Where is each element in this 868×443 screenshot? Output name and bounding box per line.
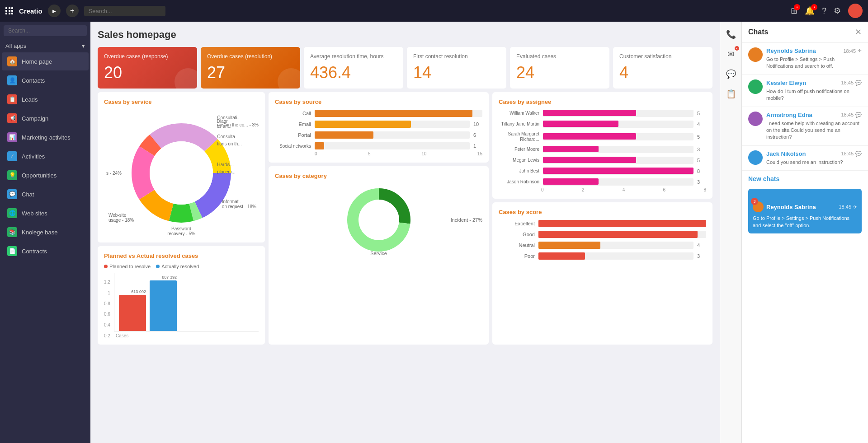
chat-bubble-icon[interactable]: 💬	[723, 66, 739, 82]
avg-resolution-card: Average resolution time, hours 436.4	[304, 47, 403, 89]
cases-by-score-card: Cases by score Excellent Good	[492, 202, 712, 345]
assignee-bar-3	[543, 133, 636, 140]
donut-label-right: Informati- on request - 18%	[222, 199, 256, 209]
sidebar-item-chat[interactable]: 💬 Chat	[2, 185, 89, 203]
add-button[interactable]: +	[66, 5, 79, 17]
clipboard-icon[interactable]: 📋	[723, 86, 739, 102]
satisfaction-value: 4	[619, 63, 706, 82]
assignee-bar-5	[543, 157, 636, 163]
social-bar	[315, 142, 324, 149]
source-bar-social: Social networks 1	[275, 142, 482, 149]
evaluated-card: Evaluated cases 24	[510, 47, 609, 89]
user-avatar[interactable]	[848, 4, 863, 18]
sidebar-all-apps[interactable]: All apps ▾	[0, 40, 90, 52]
sidebar-item-label: Chat	[22, 191, 34, 198]
play-button[interactable]: ▶	[48, 5, 61, 17]
settings-icon[interactable]: ⚙	[834, 6, 841, 16]
first-contact-label: First contact resolution	[413, 53, 500, 60]
sidebar-item-label: Marketing activites	[22, 134, 71, 141]
sidebar-item-opportunities[interactable]: 💡 Opportunities	[2, 166, 89, 184]
cases-by-category-title: Cases by category	[275, 173, 482, 179]
portal-bar	[315, 131, 373, 139]
sidebar-item-knolege[interactable]: 📚 Knolege base	[2, 223, 89, 241]
mail-icon[interactable]: ✉ •	[723, 46, 739, 62]
excellent-bar	[538, 220, 706, 227]
sidebar-item-activities[interactable]: ✓ Activities	[2, 147, 89, 165]
source-bar-portal: Portal 6	[275, 131, 482, 139]
armstrong-message: I need some help with creating an accoun…	[766, 120, 862, 141]
reynolds-message: Go to Profile > Settings > Push Notifica…	[766, 56, 862, 70]
opportunities-icon: 💡	[7, 170, 17, 180]
chat-item-armstrong[interactable]: Armstrong Edna 18:45 💬 I need some help …	[742, 107, 868, 146]
donut-label-left2: s - 24%	[106, 171, 122, 176]
websites-icon: 🌐	[7, 208, 17, 218]
topbar-search-input[interactable]	[84, 6, 165, 16]
page-title: Sales homepage	[98, 29, 712, 41]
sidebar: All apps ▾ 🏠 Home page 👤 Contacts 📋 Lead…	[0, 22, 90, 443]
chat-icon: 💬	[7, 189, 17, 199]
chat-item-reynolds[interactable]: Reynolds Sabrina 18:45 ✈ Go to Profile >…	[742, 43, 868, 75]
jack-name: Jack Nikolson	[766, 150, 806, 157]
svg-point-11	[359, 200, 399, 240]
help-icon[interactable]: ?	[822, 6, 826, 16]
new-chat-notification[interactable]: 3 Reynolds Sabrina 18:45 ✈ Go to Profile…	[748, 189, 862, 233]
assignee-bar-chart: William Walker 5 Tiffany Jane Martin	[499, 110, 706, 186]
satisfaction-card: Customer satisfaction 4	[613, 47, 712, 89]
apps-grid-icon[interactable]	[5, 7, 14, 14]
svg-point-8	[150, 141, 213, 205]
sidebar-item-leads[interactable]: 📋 Leads	[2, 90, 89, 108]
score-row-poor: Poor 3	[499, 252, 706, 260]
sidebar-search-input[interactable]	[4, 25, 87, 36]
contracts-icon: 📄	[7, 246, 17, 256]
source-axis: 0 5 10 15	[275, 151, 482, 156]
chat-item-jack[interactable]: Jack Nikolson 18:45 💬 Could you send me …	[742, 146, 868, 171]
sidebar-item-home[interactable]: 🏠 Home page	[2, 52, 89, 70]
sidebar-item-websites[interactable]: 🌐 Web sites	[2, 204, 89, 222]
assignee-axis: 0 2 4 6 8	[499, 187, 706, 192]
marketing-icon: 📊	[7, 132, 17, 142]
cases-by-category-card: Cases by category Incident - 27%	[269, 166, 489, 345]
source-bar-email: Email 10	[275, 121, 482, 128]
neutral-bar	[538, 242, 600, 249]
cases-by-service-card: Cases by service	[98, 92, 265, 242]
overdue-resolution-label: Overdue cases (resolution)	[207, 53, 294, 60]
sidebar-item-campaign[interactable]: 📢 Campaign	[2, 109, 89, 127]
send-icon-1: 💬	[855, 80, 862, 86]
donut-label-left: Web-site usage - 18%	[108, 213, 134, 223]
sidebar-item-label: Home page	[22, 58, 52, 65]
notification-send-icon: ✈	[853, 204, 857, 210]
close-chats-button[interactable]: ✕	[855, 27, 862, 37]
chats-title: Chats	[748, 28, 768, 36]
email-bar	[315, 121, 411, 128]
category-label: Incident - 27%	[451, 217, 482, 223]
phone-sidebar: 📞 ✉ • 💬 📋	[720, 22, 741, 443]
sidebar-item-label: Activities	[22, 153, 45, 160]
right-col: Cases by assignee William Walker 5 Tiffa…	[492, 92, 712, 345]
chevron-down-icon: ▾	[82, 42, 85, 49]
assignee-row-4: Peter Moore 3	[499, 146, 706, 153]
chats-header: Chats ✕	[742, 22, 868, 43]
sidebar-item-marketing[interactable]: 📊 Marketing activites	[2, 128, 89, 146]
reynolds-avatar	[748, 47, 763, 62]
sidebar-item-contracts[interactable]: 📄 Contracts	[2, 242, 89, 260]
grid-apps-icon[interactable]: ⊞ •	[791, 6, 797, 16]
jack-message: Could you send me an instruction?	[766, 159, 862, 166]
actual-bar	[150, 280, 177, 331]
donut-label-bottom: Password recovery - 5%	[167, 226, 195, 236]
kessler-avatar	[748, 79, 763, 94]
chats-panel: Chats ✕ Reynolds Sabrina 18:45 ✈ Go to P…	[741, 22, 868, 443]
planned-vs-actual-title: Planned vs Actual resolved cases	[104, 252, 259, 259]
bell-icon[interactable]: 🔔 •	[805, 6, 815, 16]
content-area: Sales homepage Overdue cases (response) …	[90, 22, 868, 443]
sidebar-item-contacts[interactable]: 👤 Contacts	[2, 71, 89, 89]
assignee-row-3: Sarah Margaret Richard... 5	[499, 131, 706, 142]
phone-icon[interactable]: 📞	[723, 26, 739, 42]
armstrong-avatar	[748, 112, 763, 126]
sidebar-item-label: Contacts	[22, 77, 45, 84]
planned-bar	[119, 295, 146, 331]
donut-label-top-right: Diagr cs an...	[217, 119, 231, 129]
send-icon-0: ✈	[858, 48, 862, 54]
sidebar-item-label: Leads	[22, 96, 38, 103]
main-content: Sales homepage Overdue cases (response) …	[90, 22, 720, 443]
chat-item-kessler[interactable]: Kessler Elwyn 18:45 💬 How do I turn off …	[742, 75, 868, 107]
